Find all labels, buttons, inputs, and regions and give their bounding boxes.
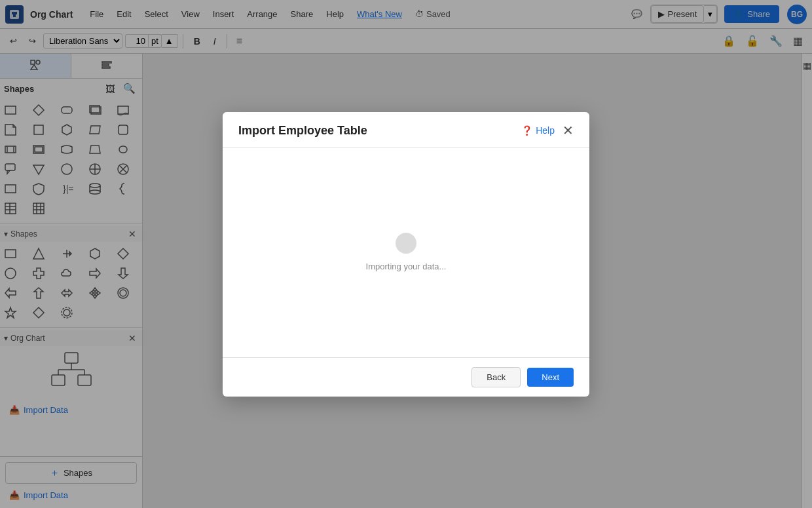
modal-body: Importing your data... [223,147,589,357]
modal-close-button[interactable]: ✕ [563,124,574,137]
loading-spinner [396,233,416,254]
import-modal: Import Employee Table ❓ Help ✕ Importing… [223,112,589,397]
importing-text: Importing your data... [366,262,447,271]
modal-help-label: Help [536,125,555,136]
next-button[interactable]: Next [527,368,574,387]
back-button[interactable]: Back [471,367,521,387]
modal-header: Import Employee Table ❓ Help ✕ [223,112,589,147]
modal-footer: Back Next [223,357,589,397]
modal-overlay: Import Employee Table ❓ Help ✕ Importing… [0,0,812,508]
modal-title: Import Employee Table [238,124,367,138]
importing-indicator: Importing your data... [366,233,447,271]
help-icon: ❓ [521,125,532,136]
modal-header-right: ❓ Help ✕ [521,124,574,137]
modal-help-button[interactable]: ❓ Help [521,125,555,136]
